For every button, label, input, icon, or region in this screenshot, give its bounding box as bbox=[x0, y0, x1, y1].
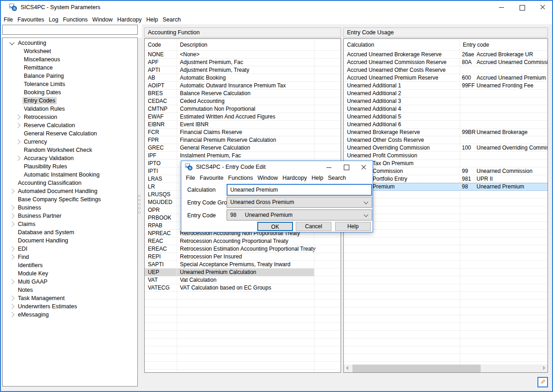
tree-item[interactable]: Miscellaneous bbox=[3, 55, 137, 64]
table-row[interactable]: VATVat Calculation bbox=[145, 276, 341, 284]
scroll-right-icon[interactable] bbox=[540, 365, 548, 372]
table-row[interactable]: Unearned Additional 199FFUnearned Fronti… bbox=[344, 82, 548, 90]
tree-item[interactable]: Claims bbox=[3, 220, 137, 228]
chevron-right-icon[interactable] bbox=[8, 212, 16, 220]
menu-item-favourite[interactable]: Favourite bbox=[197, 174, 226, 182]
table-row[interactable]: Unearned Additional 6 bbox=[344, 121, 548, 129]
chevron-right-icon[interactable] bbox=[8, 295, 16, 302]
table-row[interactable]: GRECGeneral Reserve Calculation bbox=[145, 144, 341, 152]
chevron-right-icon[interactable] bbox=[8, 188, 16, 195]
menu-item-search[interactable]: Search bbox=[160, 16, 183, 24]
tree-item[interactable]: Underwriters Estimates bbox=[3, 302, 137, 311]
menu-item-functions[interactable]: Functions bbox=[226, 174, 255, 182]
table-row[interactable]: AOIPTAutomatic Outward Insurance Premium… bbox=[145, 82, 341, 90]
menu-item-search[interactable]: Search bbox=[325, 174, 348, 182]
menu-item-window[interactable]: Window bbox=[255, 174, 280, 182]
table-row[interactable]: IPFInstalment Premium, Fac bbox=[145, 152, 341, 160]
tree-item[interactable]: EDI bbox=[3, 245, 137, 253]
table-row[interactable]: APTIAdjustment Premium, Treaty bbox=[145, 66, 341, 74]
tree-item[interactable]: Identifiers bbox=[3, 261, 137, 269]
table-row[interactable]: REPIRetrocession Per Insured bbox=[145, 253, 341, 261]
table-row[interactable]: Unearned Portfolio Entry981UPR II bbox=[344, 175, 548, 183]
table-row[interactable]: Accrued Unearned Commission Reserve80AAc… bbox=[344, 59, 548, 66]
tree-item[interactable]: Accuracy Validation bbox=[3, 154, 137, 162]
table-row[interactable]: CEDACCeded Accounting bbox=[145, 97, 341, 105]
scrollbar-thumb[interactable] bbox=[352, 365, 481, 372]
chevron-right-icon[interactable] bbox=[8, 303, 16, 310]
tree-item[interactable]: Reserve Calculation bbox=[3, 121, 137, 129]
column-header-entry-code[interactable]: Entry code bbox=[460, 39, 548, 50]
tree-item[interactable]: Accounting bbox=[3, 39, 137, 47]
table-row[interactable]: Unearned Overriding Commission100Unearne… bbox=[344, 144, 548, 152]
chevron-right-icon[interactable] bbox=[8, 245, 16, 252]
tree-item[interactable]: Plausibility Rules bbox=[3, 162, 137, 171]
search-input[interactable] bbox=[2, 25, 138, 35]
chevron-right-icon[interactable] bbox=[14, 155, 22, 162]
entry-code-group-select[interactable]: Unearned Gross Premium bbox=[227, 197, 372, 208]
menu-item-window[interactable]: Window bbox=[90, 16, 115, 24]
tree-item[interactable]: eMessaging bbox=[3, 311, 137, 319]
chevron-right-icon[interactable] bbox=[14, 113, 22, 121]
chevron-right-icon[interactable] bbox=[8, 311, 16, 318]
column-header-calculation[interactable]: Calculation bbox=[344, 39, 460, 50]
tree-item[interactable]: Find bbox=[3, 253, 137, 261]
tree-item[interactable]: Currency bbox=[3, 138, 137, 146]
calculation-input[interactable] bbox=[227, 184, 372, 196]
menu-item-hardcopy[interactable]: Hardcopy bbox=[115, 16, 144, 24]
table-row[interactable]: Accrued Unearned Other Costs Reserve bbox=[344, 66, 548, 74]
table-row[interactable]: Unearned Premium98Unearned Premium bbox=[344, 183, 548, 191]
menu-item-favourites[interactable]: Favourites bbox=[15, 16, 46, 24]
table-row[interactable]: VATECGVAT Calculation based on EC Groups bbox=[145, 284, 341, 292]
tree-item[interactable]: Retrocession bbox=[3, 113, 137, 121]
ok-button[interactable]: OK bbox=[257, 222, 293, 231]
table-row[interactable]: BRESBalance Reserve Calculation bbox=[145, 90, 341, 97]
table-row[interactable]: Unearned Brokerage Reserve99BRUnearned B… bbox=[344, 129, 548, 136]
tree-item[interactable]: Document Handling bbox=[3, 236, 137, 245]
tree-item[interactable]: Task Management bbox=[3, 294, 137, 302]
tree-item[interactable]: Entry Codes bbox=[3, 97, 137, 105]
tree-item[interactable]: Booking Dates bbox=[3, 88, 137, 97]
tree-item[interactable]: Automatic Instalment Booking bbox=[3, 171, 137, 179]
table-row[interactable]: EWAFEstimated Written And Accrued Figure… bbox=[145, 113, 341, 121]
maximize-icon[interactable] bbox=[512, 0, 532, 15]
close-icon[interactable] bbox=[532, 0, 553, 15]
table-row[interactable]: NONE<None> bbox=[145, 51, 341, 59]
menu-item-log[interactable]: Log bbox=[47, 16, 61, 24]
menu-item-help[interactable]: Help bbox=[309, 174, 325, 182]
chevron-down-icon[interactable] bbox=[8, 39, 16, 47]
tree-item[interactable]: Base Company Specific Settings bbox=[3, 195, 137, 204]
table-row[interactable]: Unearned Additional 4 bbox=[344, 105, 548, 113]
column-header-code[interactable]: Code bbox=[145, 39, 177, 50]
tree-item[interactable]: Tolerance Limits bbox=[3, 80, 137, 88]
table-row[interactable]: Accrued Unearned Brokerage Reserve26aeAc… bbox=[344, 51, 548, 59]
menu-item-help[interactable]: Help bbox=[144, 16, 161, 24]
chevron-right-icon[interactable] bbox=[14, 138, 22, 145]
table-row[interactable]: ABAutomatic Booking bbox=[145, 74, 341, 82]
tree-item[interactable]: Module Key bbox=[3, 269, 137, 278]
tree-item[interactable]: Multi GAAP bbox=[3, 278, 137, 286]
chevron-right-icon[interactable] bbox=[8, 220, 16, 228]
table-row[interactable]: Accrued Unearned Premium Reserve600Accru… bbox=[344, 74, 548, 82]
tree-item[interactable]: Accounting Classification bbox=[3, 179, 137, 187]
table-row[interactable]: Unearned Profit Commission bbox=[344, 152, 548, 160]
table-row[interactable]: Unearned Additional 2 bbox=[344, 90, 548, 97]
table-row[interactable]: FCRFinancial Claims Reserve bbox=[145, 129, 341, 136]
horizontal-scrollbar[interactable] bbox=[344, 365, 548, 372]
minimize-icon[interactable] bbox=[491, 0, 512, 15]
chevron-right-icon[interactable] bbox=[8, 278, 16, 285]
table-row[interactable]: CMTNPCommutation Non Proportional bbox=[145, 105, 341, 113]
table-row[interactable]: APFAdjustment Premium, Fac bbox=[145, 59, 341, 66]
menu-item-file[interactable]: File bbox=[1, 16, 15, 24]
tree-item[interactable]: Database and System bbox=[3, 228, 137, 236]
table-row[interactable]: Unearned Tax On Premium bbox=[344, 160, 548, 167]
tree-item[interactable]: Worksheet bbox=[3, 47, 137, 55]
table-row[interactable]: Unearned Other Costs Reserve bbox=[344, 136, 548, 144]
table-row[interactable]: Unearned Additional 5 bbox=[344, 113, 548, 121]
tree-item[interactable]: General Reserve Calculation bbox=[3, 129, 137, 138]
help-button[interactable]: Help bbox=[335, 222, 371, 231]
tree-item[interactable]: Automated Document Handling bbox=[3, 187, 137, 195]
chevron-right-icon[interactable] bbox=[8, 253, 16, 261]
table-row[interactable]: SAPTISpecial Acceptance Premiums, Treaty… bbox=[145, 261, 341, 268]
chevron-right-icon[interactable] bbox=[14, 122, 22, 129]
table-row[interactable]: Unearned Additional 3 bbox=[344, 97, 548, 105]
